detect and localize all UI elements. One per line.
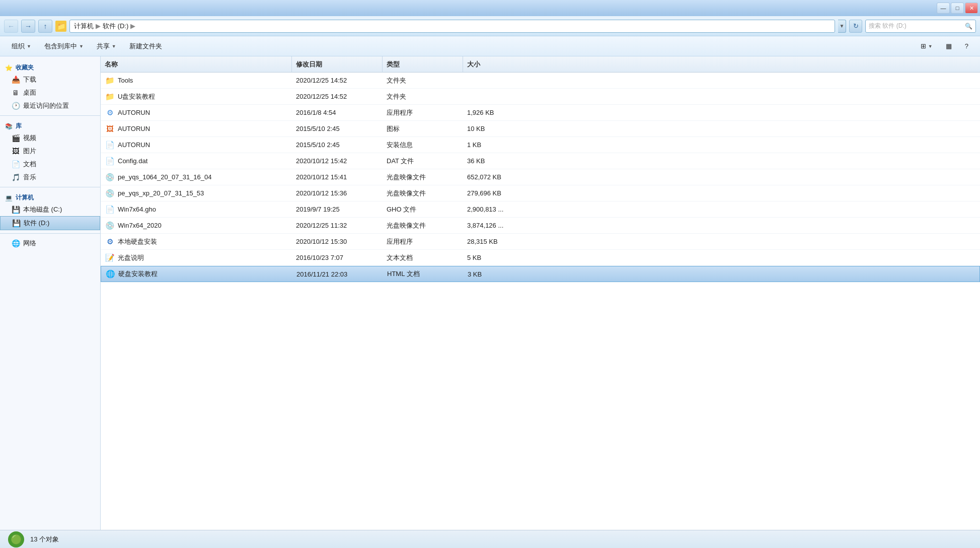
file-modified-cell: 2020/10/12 15:30 [292, 238, 383, 245]
table-row[interactable]: 💿 pe_yqs_1064_20_07_31_16_04 2020/10/12 … [101, 169, 980, 185]
file-name: Win7x64_2020 [118, 222, 162, 229]
table-row[interactable]: 📄 Win7x64.gho 2019/9/7 19:25 GHO 文件 2,90… [101, 201, 980, 218]
address-dropdown[interactable]: ▼ [838, 20, 846, 33]
file-modified-cell: 2020/10/12 15:36 [292, 189, 383, 197]
file-icon: 📄 [105, 204, 115, 215]
up-button[interactable]: ↑ [38, 20, 52, 33]
table-row[interactable]: 💿 pe_yqs_xp_20_07_31_15_53 2020/10/12 15… [101, 185, 980, 201]
search-box[interactable]: 搜索 软件 (D:) 🔍 [865, 20, 976, 33]
close-button[interactable]: ✕ [965, 3, 978, 14]
favorites-label: 收藏夹 [16, 63, 34, 72]
file-list-area[interactable]: 名称 修改日期 类型 大小 📁 Tools 2020/12/25 14:52 文… [101, 56, 980, 530]
file-size-cell: 36 KB [463, 157, 523, 165]
file-modified-cell: 2016/10/23 7:07 [292, 254, 383, 261]
file-name: Tools [118, 77, 133, 84]
address-path[interactable]: 计算机 ▶ 软件 (D:) ▶ [69, 20, 835, 33]
table-row[interactable]: 🌐 硬盘安装教程 2016/11/21 22:03 HTML 文档 3 KB [101, 266, 980, 282]
table-row[interactable]: 📁 Tools 2020/12/25 14:52 文件夹 [101, 73, 980, 89]
file-name: AUTORUN [118, 141, 150, 149]
recent-label: 最近访问的位置 [23, 101, 69, 110]
sidebar-item-recent[interactable]: 🕐 最近访问的位置 [0, 99, 100, 112]
file-modified-cell: 2016/11/21 22:03 [292, 270, 383, 278]
refresh-button[interactable]: ↻ [849, 20, 862, 33]
table-row[interactable]: 🖼 AUTORUN 2015/5/10 2:45 图标 10 KB [101, 121, 980, 137]
sidebar-item-software-d[interactable]: 💾 软件 (D:) [0, 216, 100, 230]
file-icon: 📄 [105, 156, 115, 166]
file-modified-cell: 2015/5/10 2:45 [292, 141, 383, 149]
back-button[interactable]: ← [4, 20, 18, 33]
file-name-cell: 💿 Win7x64_2020 [101, 221, 292, 231]
organize-button[interactable]: 组织 ▼ [6, 39, 37, 53]
file-icon: 💿 [105, 172, 115, 182]
views-button[interactable]: ⊞ ▼ [915, 39, 938, 53]
library-icon: 📚 [5, 123, 13, 130]
music-icon: 🎵 [11, 173, 20, 182]
file-modified-cell: 2015/5/10 2:45 [292, 125, 383, 132]
file-name-cell: 💿 pe_yqs_1064_20_07_31_16_04 [101, 172, 292, 182]
minimize-button[interactable]: — [937, 3, 950, 14]
file-size-cell: 10 KB [463, 125, 523, 132]
table-row[interactable]: 📄 Config.dat 2020/10/12 15:42 DAT 文件 36 … [101, 153, 980, 169]
file-name-cell: 🌐 硬盘安装教程 [101, 269, 292, 279]
file-name-cell: 📄 AUTORUN [101, 140, 292, 150]
header-type[interactable]: 类型 [383, 56, 463, 72]
file-size-cell: 279,696 KB [463, 189, 523, 197]
music-label: 音乐 [23, 173, 36, 182]
file-icon: 📝 [105, 253, 115, 263]
desktop-icon: 🖥 [11, 88, 20, 97]
local-disk-c-icon: 💾 [11, 205, 20, 214]
sidebar-item-network[interactable]: 🌐 网络 [0, 237, 100, 250]
maximize-button[interactable]: □ [951, 3, 964, 14]
share-label: 共享 [97, 42, 110, 51]
views-arrow: ▼ [928, 44, 933, 49]
file-name-cell: 📁 Tools [101, 76, 292, 86]
status-app-icon: 🟢 [8, 531, 24, 547]
photo-icon: 🖼 [11, 147, 20, 156]
file-name: Win7x64.gho [118, 206, 156, 213]
file-name-cell: 📄 Config.dat [101, 156, 292, 166]
file-modified-cell: 2020/12/25 11:32 [292, 222, 383, 229]
sidebar-item-doc[interactable]: 📄 文档 [0, 158, 100, 171]
header-size[interactable]: 大小 [463, 56, 523, 72]
sidebar-computer-section: 💻 计算机 [0, 190, 100, 203]
table-row[interactable]: 📁 U盘安装教程 2020/12/25 14:52 文件夹 [101, 89, 980, 105]
header-name[interactable]: 名称 [101, 56, 292, 72]
organize-label: 组织 [12, 42, 25, 51]
share-button[interactable]: 共享 ▼ [91, 39, 122, 53]
file-type-cell: 文件夹 [383, 92, 463, 101]
new-folder-button[interactable]: 新建文件夹 [124, 39, 168, 53]
status-count: 13 个对象 [30, 535, 59, 544]
download-icon: 📥 [11, 75, 20, 84]
table-row[interactable]: 📝 光盘说明 2016/10/23 7:07 文本文档 5 KB [101, 250, 980, 266]
sidebar-item-photo[interactable]: 🖼 图片 [0, 145, 100, 158]
table-row[interactable]: 📄 AUTORUN 2015/5/10 2:45 安装信息 1 KB [101, 137, 980, 153]
statusbar: 🟢 13 个对象 [0, 530, 980, 548]
file-name: 光盘说明 [118, 253, 144, 262]
table-row[interactable]: ⚙ 本地硬盘安装 2020/10/12 15:30 应用程序 28,315 KB [101, 234, 980, 250]
sidebar-item-music[interactable]: 🎵 音乐 [0, 171, 100, 184]
file-size-cell: 3,874,126 ... [463, 222, 523, 229]
file-size-cell: 1,926 KB [463, 109, 523, 116]
include-library-button[interactable]: 包含到库中 ▼ [39, 39, 89, 53]
sidebar-item-download[interactable]: 📥 下载 [0, 73, 100, 86]
sidebar-item-video[interactable]: 🎬 视频 [0, 131, 100, 145]
file-size-cell: 3 KB [464, 270, 524, 278]
file-icon: 📁 [105, 76, 115, 86]
table-row[interactable]: ⚙ AUTORUN 2016/1/8 4:54 应用程序 1,926 KB [101, 105, 980, 121]
preview-button[interactable]: ▦ [940, 39, 957, 53]
titlebar: — □ ✕ [0, 0, 980, 16]
table-row[interactable]: 💿 Win7x64_2020 2020/12/25 11:32 光盘映像文件 3… [101, 218, 980, 234]
file-type-cell: GHO 文件 [383, 205, 463, 214]
file-modified-cell: 2020/10/12 15:42 [292, 157, 383, 165]
file-modified-cell: 2016/1/8 4:54 [292, 109, 383, 116]
help-button[interactable]: ? [959, 39, 974, 53]
sidebar-item-local-c[interactable]: 💾 本地磁盘 (C:) [0, 203, 100, 216]
header-modified[interactable]: 修改日期 [292, 56, 383, 72]
sidebar-divider-1 [0, 115, 100, 116]
sidebar-item-desktop[interactable]: 🖥 桌面 [0, 86, 100, 99]
sidebar-library-section: 📚 库 [0, 119, 100, 131]
forward-button[interactable]: → [21, 20, 35, 33]
toolbar: 组织 ▼ 包含到库中 ▼ 共享 ▼ 新建文件夹 ⊞ ▼ ▦ ? [0, 36, 980, 56]
file-type-cell: 安装信息 [383, 141, 463, 150]
file-modified-cell: 2020/12/25 14:52 [292, 77, 383, 84]
